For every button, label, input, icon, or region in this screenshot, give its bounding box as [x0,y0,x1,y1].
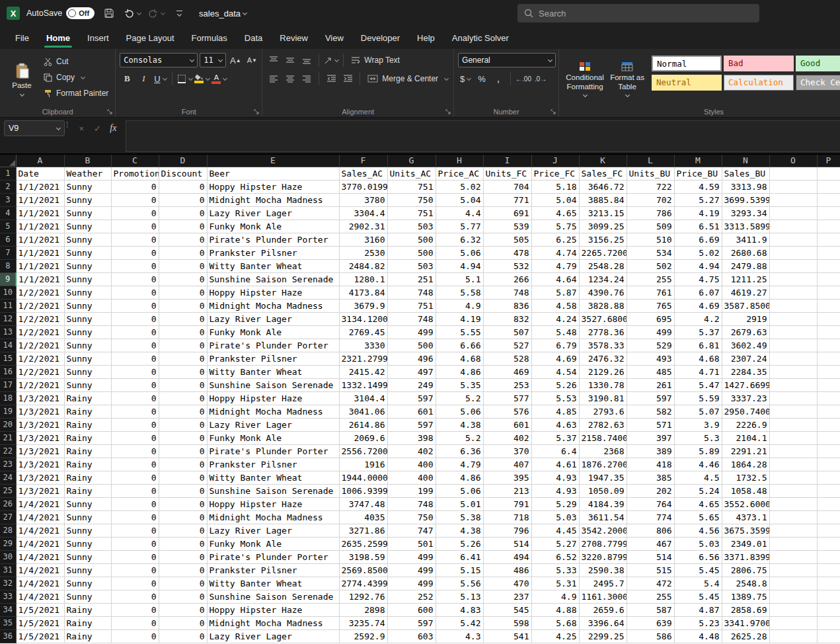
cell-style-normal[interactable]: Normal [652,56,722,71]
cell-H4[interactable]: 4.4 [436,206,483,220]
cell-O4[interactable] [769,206,817,220]
paste-button[interactable]: Paste [4,53,40,105]
search-input[interactable]: Search [517,4,759,22]
cell-P1[interactable] [817,167,840,180]
cell-P11[interactable] [817,299,840,312]
cell-N25[interactable]: 1058.48 [722,484,769,497]
formula-input[interactable] [126,120,840,152]
cell-H16[interactable]: 4.86 [436,365,483,378]
cell-O31[interactable] [769,563,817,577]
cell-D32[interactable]: 0 [159,577,207,590]
cell-M8[interactable]: 4.94 [674,259,722,272]
column-header-K[interactable]: K [579,155,627,167]
cell-J4[interactable]: 4.65 [531,206,579,220]
cell-P31[interactable] [817,563,840,577]
cell-C29[interactable]: 0 [111,537,159,550]
cell-K25[interactable]: 1050.09 [579,484,627,497]
cell-M16[interactable]: 4.71 [674,365,722,378]
cell-F20[interactable]: 2614.86 [339,418,387,431]
cell-B10[interactable]: Sunny [64,286,111,299]
cell-I26[interactable]: 791 [483,497,531,510]
cell-I12[interactable]: 832 [483,312,531,325]
grow-font-button[interactable]: A▲ [228,53,243,67]
cell-F27[interactable]: 4035 [339,510,387,524]
cell-P6[interactable] [817,233,840,246]
cell-K34[interactable]: 2659.6 [579,603,627,616]
cell-L4[interactable]: 786 [627,206,674,220]
cell-B2[interactable]: Sunny [64,180,111,193]
cell-L27[interactable]: 774 [627,510,674,524]
cell-L21[interactable]: 397 [627,431,674,444]
save-button[interactable] [101,5,117,22]
menu-tab-view[interactable]: View [317,26,352,49]
cell-D10[interactable]: 0 [159,286,207,299]
cell-D26[interactable]: 0 [159,497,207,510]
cell-F4[interactable]: 3304.4 [339,206,387,220]
cell-H28[interactable]: 4.38 [436,524,483,537]
cell-D12[interactable]: 0 [159,312,207,325]
cell-L10[interactable]: 761 [627,286,674,299]
cell-A10[interactable]: 1/2/2021 [16,286,64,299]
cell-K15[interactable]: 2476.32 [579,352,627,365]
cell-A36[interactable]: 1/5/2021 [16,629,64,643]
cell-C7[interactable]: 0 [111,246,159,259]
cell-J14[interactable]: 6.79 [531,339,579,352]
menu-tab-data[interactable]: Data [236,26,271,49]
cell-N26[interactable]: 3552.6000000000004 [722,497,769,510]
cell-G25[interactable]: 199 [387,484,436,497]
cell-J1[interactable]: Price_FC [531,167,579,180]
row-header-34[interactable]: 34 [0,603,16,616]
cell-D13[interactable]: 0 [159,325,207,339]
cell-O26[interactable] [769,497,817,510]
cell-L35[interactable]: 639 [627,616,674,629]
cell-F6[interactable]: 3160 [339,233,387,246]
cell-J5[interactable]: 5.75 [531,220,579,233]
autosave-control[interactable]: AutoSave Off [26,7,95,19]
cell-C26[interactable]: 0 [111,497,159,510]
cell-E4[interactable]: Lazy River Lager [207,206,339,220]
cell-H17[interactable]: 5.35 [436,378,483,391]
cell-A21[interactable]: 1/3/2021 [16,431,64,444]
cell-H26[interactable]: 5.01 [436,497,483,510]
cell-C10[interactable]: 0 [111,286,159,299]
cell-B13[interactable]: Sunny [64,325,111,339]
cell-style-bad[interactable]: Bad [724,56,794,71]
cell-P20[interactable] [817,418,840,431]
align-bottom-button[interactable] [299,53,314,67]
cell-O33[interactable] [769,590,817,603]
cell-G36[interactable]: 603 [387,629,436,643]
cell-E20[interactable]: Lazy River Lager [207,418,339,431]
cell-A7[interactable]: 1/1/2021 [16,246,64,259]
cell-I15[interactable]: 528 [483,352,531,365]
cell-F19[interactable]: 3041.06 [339,405,387,418]
cell-B1[interactable]: Weather [64,167,111,180]
cell-J8[interactable]: 4.79 [531,259,579,272]
cell-F16[interactable]: 2415.42 [339,365,387,378]
cell-I33[interactable]: 237 [483,590,531,603]
cell-A24[interactable]: 1/3/2021 [16,471,64,484]
wrap-text-button[interactable]: Wrap Text [348,53,402,67]
column-header-A[interactable]: A [16,155,64,167]
cell-J26[interactable]: 5.29 [531,497,579,510]
cell-K9[interactable]: 1234.24 [579,272,627,286]
column-header-N[interactable]: N [722,155,769,167]
cell-D17[interactable]: 0 [159,378,207,391]
cell-N2[interactable]: 3313.98 [722,180,769,193]
cell-D27[interactable]: 0 [159,510,207,524]
cell-B21[interactable]: Rainy [64,431,111,444]
cell-A8[interactable]: 1/1/2021 [16,259,64,272]
cell-H35[interactable]: 5.42 [436,616,483,629]
cell-N1[interactable]: Sales_BU [722,167,769,180]
column-header-B[interactable]: B [64,155,111,167]
cell-M18[interactable]: 5.59 [674,391,722,405]
cell-O32[interactable] [769,577,817,590]
cell-O36[interactable] [769,629,817,643]
cell-J27[interactable]: 5.03 [531,510,579,524]
cell-N16[interactable]: 2284.35 [722,365,769,378]
row-header-6[interactable]: 6 [0,233,16,246]
cell-C4[interactable]: 0 [111,206,159,220]
cell-E21[interactable]: Funky Monk Ale [207,431,339,444]
cell-L26[interactable]: 764 [627,497,674,510]
cell-M30[interactable]: 6.56 [674,550,722,563]
cell-C28[interactable]: 0 [111,524,159,537]
